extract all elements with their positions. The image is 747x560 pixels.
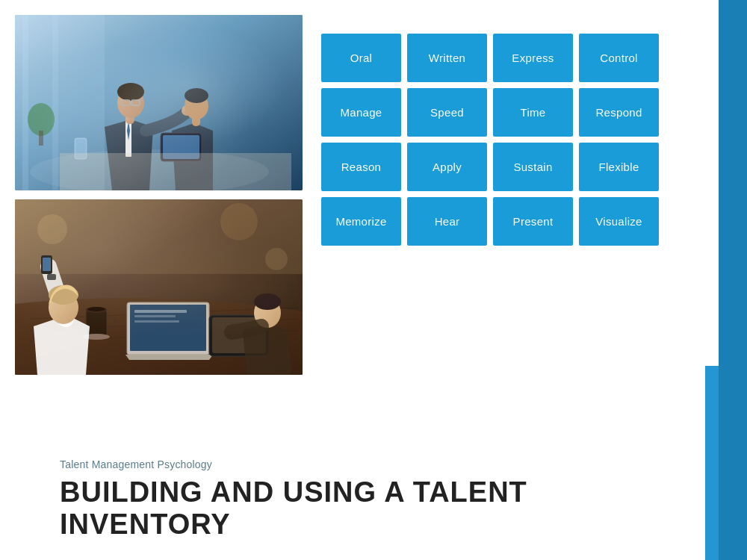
svg-point-26 <box>220 203 258 240</box>
image-businessmen <box>15 15 303 190</box>
svg-rect-10 <box>125 112 134 124</box>
svg-rect-14 <box>131 100 140 105</box>
svg-point-38 <box>87 307 105 311</box>
svg-point-37 <box>86 307 107 313</box>
svg-rect-4 <box>52 15 58 190</box>
skill-tile-speed[interactable]: Speed <box>407 88 487 137</box>
svg-rect-2 <box>15 15 105 190</box>
slide: OralWrittenExpressControlManageSpeedTime… <box>0 0 747 560</box>
svg-point-1 <box>30 149 269 190</box>
svg-rect-40 <box>209 315 269 356</box>
svg-rect-36 <box>86 310 107 336</box>
svg-point-48 <box>254 293 281 310</box>
skill-tile-present[interactable]: Present <box>493 197 573 246</box>
skill-tile-sustain[interactable]: Sustain <box>493 143 573 191</box>
skill-tile-written[interactable]: Written <box>407 34 487 82</box>
svg-point-27 <box>265 248 288 270</box>
skill-tile-oral[interactable]: Oral <box>321 34 401 82</box>
svg-rect-3 <box>22 15 28 190</box>
svg-rect-35 <box>134 320 179 323</box>
svg-point-25 <box>37 214 67 244</box>
subtitle: Talent Management Psychology <box>60 458 690 470</box>
right-accent-inner-bar <box>705 366 719 560</box>
skill-tile-control[interactable]: Control <box>579 34 659 82</box>
svg-rect-20 <box>161 133 202 161</box>
svg-rect-32 <box>130 305 206 351</box>
skill-tile-memorize[interactable]: Memorize <box>321 197 401 246</box>
svg-point-39 <box>83 334 110 340</box>
svg-rect-13 <box>122 100 130 105</box>
svg-point-16 <box>182 105 192 116</box>
cafe-workers-svg <box>15 199 303 375</box>
skill-tile-respond[interactable]: Respond <box>579 88 659 137</box>
svg-point-19 <box>185 88 208 103</box>
svg-rect-24 <box>15 199 303 274</box>
skill-tile-flexible[interactable]: Flexible <box>579 143 659 191</box>
bottom-section: Talent Management Psychology BUILDING AN… <box>0 447 705 560</box>
skill-tile-manage[interactable]: Manage <box>321 88 401 137</box>
svg-rect-23 <box>15 199 303 375</box>
skill-tile-reason[interactable]: Reason <box>321 143 401 191</box>
svg-line-30 <box>30 330 299 341</box>
skill-tile-apply[interactable]: Apply <box>407 143 487 191</box>
svg-point-45 <box>49 285 78 305</box>
svg-line-29 <box>30 319 299 330</box>
svg-rect-0 <box>15 15 303 190</box>
image-cafe-workers <box>15 199 303 375</box>
svg-line-28 <box>30 308 299 319</box>
main-title: BUILDING AND USING A TALENT INVENTORY <box>60 476 690 541</box>
skills-grid: OralWrittenExpressControlManageSpeedTime… <box>321 34 694 246</box>
svg-rect-42 <box>41 255 52 274</box>
svg-rect-34 <box>134 315 176 317</box>
svg-point-12 <box>117 83 144 101</box>
svg-rect-46 <box>47 274 56 280</box>
skill-tile-express[interactable]: Express <box>493 34 573 82</box>
svg-rect-17 <box>192 114 200 126</box>
svg-rect-6 <box>39 131 43 146</box>
svg-rect-43 <box>43 258 51 271</box>
businessmen-svg <box>15 15 303 190</box>
svg-point-47 <box>254 298 281 328</box>
right-accent-bar <box>719 0 747 560</box>
svg-rect-22 <box>60 153 291 190</box>
svg-point-11 <box>117 88 144 118</box>
svg-rect-7 <box>75 138 87 159</box>
svg-point-44 <box>49 291 78 324</box>
skill-tile-hear[interactable]: Hear <box>407 197 487 246</box>
svg-rect-8 <box>125 119 131 157</box>
skill-tile-visualize[interactable]: Visualize <box>579 197 659 246</box>
svg-marker-9 <box>127 121 130 140</box>
svg-rect-31 <box>127 302 209 355</box>
svg-point-18 <box>185 93 208 119</box>
svg-rect-41 <box>212 317 266 353</box>
skill-tile-time[interactable]: Time <box>493 88 573 137</box>
svg-rect-33 <box>134 310 187 313</box>
svg-rect-21 <box>163 135 199 159</box>
svg-point-5 <box>28 103 55 136</box>
